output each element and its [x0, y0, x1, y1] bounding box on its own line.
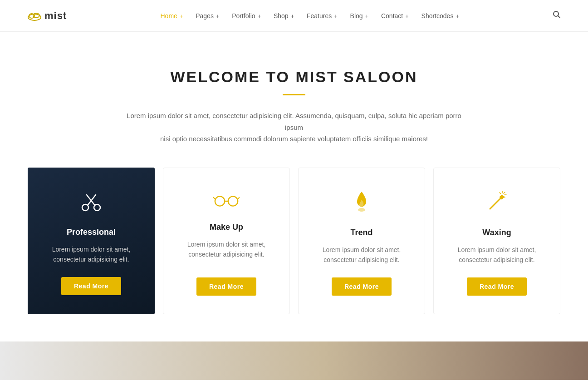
navigation: mist Home + Pages + Portfolio + Shop + F…: [0, 0, 588, 32]
card-waxing-read-more[interactable]: Read More: [467, 277, 527, 296]
bottom-image-strip: [0, 341, 588, 380]
card-makeup-read-more[interactable]: Read More: [196, 277, 256, 296]
section-description: Lorem ipsum dolor sit amet, consectetur …: [122, 110, 466, 145]
logo[interactable]: mist: [27, 10, 67, 22]
svg-point-14: [358, 208, 365, 212]
svg-line-8: [87, 195, 95, 205]
nav-link-blog[interactable]: Blog +: [350, 12, 368, 20]
card-trend-title: Trend: [350, 228, 372, 238]
section-title: WELCOME TO MIST SALOON: [27, 68, 561, 86]
nav-item-contact[interactable]: Contact +: [381, 12, 409, 20]
svg-line-21: [500, 193, 501, 194]
card-trend-desc: Lorem ipsum dolor sit amet,consectetur a…: [323, 245, 401, 265]
nav-link-shortcodes[interactable]: Shortcodes +: [421, 12, 459, 20]
search-icon[interactable]: [553, 10, 561, 21]
card-professional: Professional Lorem ipsum dolor sit amet,…: [28, 168, 155, 315]
flame-icon: [353, 191, 371, 218]
nav-link-portfolio[interactable]: Portfolio +: [232, 12, 261, 20]
svg-line-12: [213, 197, 215, 199]
svg-line-15: [490, 198, 501, 209]
wand-icon: [485, 191, 508, 218]
card-makeup-title: Make Up: [210, 223, 243, 232]
card-makeup-desc: Lorem ipsum dolor sit amet,consectetur a…: [187, 239, 266, 265]
welcome-section: WELCOME TO MIST SALOON Lorem ipsum dolor…: [0, 32, 588, 341]
nav-links: Home + Pages + Portfolio + Shop + Featur…: [161, 12, 459, 20]
nav-item-portfolio[interactable]: Portfolio +: [232, 12, 261, 20]
nav-link-contact[interactable]: Contact +: [381, 12, 409, 20]
bottom-strip-bg: [0, 341, 588, 380]
nav-link-shop[interactable]: Shop +: [274, 12, 294, 20]
nav-item-shortcodes[interactable]: Shortcodes +: [421, 12, 459, 20]
svg-line-4: [558, 16, 560, 18]
nav-item-blog[interactable]: Blog +: [350, 12, 368, 20]
card-waxing-desc: Lorem ipsum dolor sit amet,consectetur a…: [458, 245, 536, 265]
svg-point-9: [215, 196, 225, 206]
glasses-icon: [213, 191, 240, 213]
logo-text: mist: [44, 10, 67, 22]
title-underline: [283, 94, 305, 95]
nav-link-home[interactable]: Home +: [161, 12, 183, 20]
svg-line-19: [504, 192, 505, 193]
svg-line-13: [238, 197, 240, 199]
card-content: Professional Lorem ipsum dolor sit amet,…: [52, 190, 131, 296]
nav-item-shop[interactable]: Shop +: [274, 12, 294, 20]
nav-item-features[interactable]: Features +: [307, 12, 338, 20]
card-professional-title: Professional: [67, 228, 116, 237]
nav-item-home[interactable]: Home +: [161, 12, 183, 20]
svg-line-7: [88, 195, 96, 205]
nav-link-pages[interactable]: Pages +: [196, 12, 219, 20]
card-professional-desc: Lorem ipsum dolor sit amet,consectetur a…: [52, 244, 131, 265]
nav-item-pages[interactable]: Pages +: [196, 12, 219, 20]
card-trend-read-more[interactable]: Read More: [332, 277, 392, 296]
card-waxing-title: Waxing: [482, 228, 511, 238]
card-professional-read-more[interactable]: Read More: [61, 277, 121, 295]
card-trend: Trend Lorem ipsum dolor sit amet,consect…: [298, 168, 425, 315]
svg-point-10: [228, 196, 238, 206]
card-waxing: Waxing Lorem ipsum dolor sit amet,consec…: [433, 168, 560, 315]
card-makeup: Make Up Lorem ipsum dolor sit amet,conse…: [163, 168, 290, 315]
nav-link-features[interactable]: Features +: [307, 12, 338, 20]
logo-cloud-icon: [27, 11, 42, 21]
cards-container: Professional Lorem ipsum dolor sit amet,…: [27, 168, 561, 315]
scissors-icon: [80, 190, 103, 218]
